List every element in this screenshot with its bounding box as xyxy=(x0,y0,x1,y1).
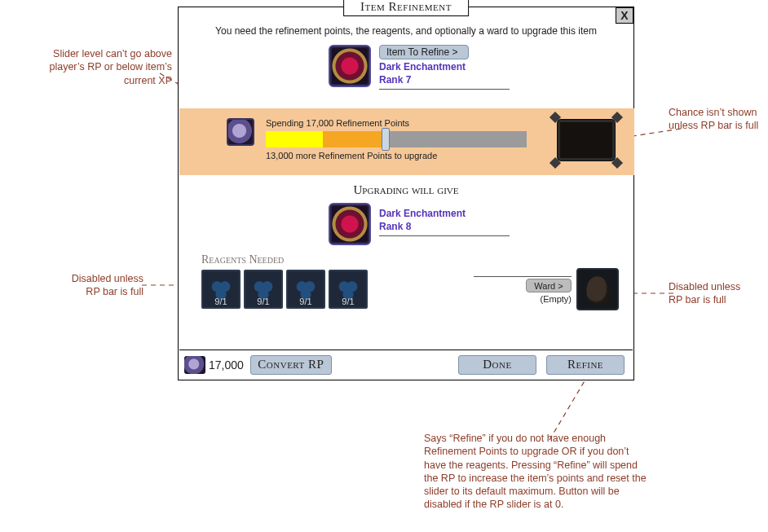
rp-total: 17,000 xyxy=(209,358,244,372)
slider-fill-pending xyxy=(323,131,386,147)
done-button[interactable]: Done xyxy=(458,355,536,375)
reagent-slot[interactable]: 9/1 xyxy=(329,270,368,309)
reagent-count: 9/1 xyxy=(245,297,281,306)
divider xyxy=(474,276,572,277)
footer-bar: 17,000 Convert RP Done Refine xyxy=(179,350,633,379)
svg-line-4 xyxy=(550,380,585,440)
annotation-ward-disabled: Disabled unless RP bar is full xyxy=(669,280,757,307)
upgrade-heading: Upgrading will give xyxy=(179,183,633,197)
convert-rp-button[interactable]: Convert RP xyxy=(250,355,332,375)
ward-button[interactable]: Ward > xyxy=(526,279,572,292)
reagent-slot[interactable]: 9/1 xyxy=(244,270,283,309)
rp-ore-icon xyxy=(227,118,254,146)
ward-slot[interactable] xyxy=(576,268,619,310)
item-to-refine-button[interactable]: Item To Refine > xyxy=(379,45,469,59)
refine-button[interactable]: Refine xyxy=(546,355,625,375)
divider xyxy=(379,89,510,90)
reagents-heading: Reagents Needed xyxy=(201,253,284,266)
rp-slider-band: Spending 17,000 Refinement Points 13,000… xyxy=(179,108,634,175)
ward-status: (Empty) xyxy=(541,294,572,304)
upgrade-result-row: Dark Enchantment Rank 8 xyxy=(329,203,573,245)
reagent-count: 9/1 xyxy=(288,297,324,306)
upgrade-name: Dark Enchantment xyxy=(379,208,510,219)
panel-title: Item Refinement xyxy=(343,0,469,16)
ward-area: Ward > (Empty) xyxy=(474,268,619,310)
item-name: Dark Enchantment xyxy=(379,61,510,73)
reagent-count: 9/1 xyxy=(330,297,366,306)
item-rank: Rank 7 xyxy=(379,74,510,86)
intro-text: You need the refinement points, the reag… xyxy=(179,25,633,37)
item-to-refine-row: Item To Refine > Dark Enchantment Rank 7 xyxy=(329,45,573,90)
annotation-reagents-disabled: Disabled unless RP bar is full xyxy=(55,272,143,299)
slider-fill-current xyxy=(266,131,323,147)
refinement-panel: Item Refinement X You need the refinemen… xyxy=(178,7,634,380)
item-gem-icon xyxy=(329,45,371,87)
reagent-slot[interactable]: 9/1 xyxy=(201,270,241,309)
reagent-count: 9/1 xyxy=(203,297,239,306)
rp-slider[interactable] xyxy=(266,131,527,147)
divider xyxy=(379,235,510,236)
annotation-chance: Chance isn’t shown unless RP bar is full xyxy=(669,106,762,133)
chance-display xyxy=(553,115,620,165)
upgrade-rank: Rank 8 xyxy=(379,221,510,232)
annotation-slider-limits: Slider level can’t go above player’s RP … xyxy=(38,47,172,87)
reagent-slot[interactable]: 9/1 xyxy=(286,270,325,309)
slider-thumb[interactable] xyxy=(382,128,390,151)
remaining-text: 13,000 more Refinement Points to upgrade xyxy=(266,151,437,160)
reagents-row: 9/1 9/1 9/1 9/1 xyxy=(201,270,368,309)
upgrade-gem-icon xyxy=(329,203,371,245)
close-button[interactable]: X xyxy=(616,7,633,24)
annotation-refine-button: Says “Refine” if you do not have enough … xyxy=(424,432,652,512)
rp-ore-icon-small xyxy=(184,356,205,374)
spending-text: Spending 17,000 Refinement Points xyxy=(266,118,409,128)
